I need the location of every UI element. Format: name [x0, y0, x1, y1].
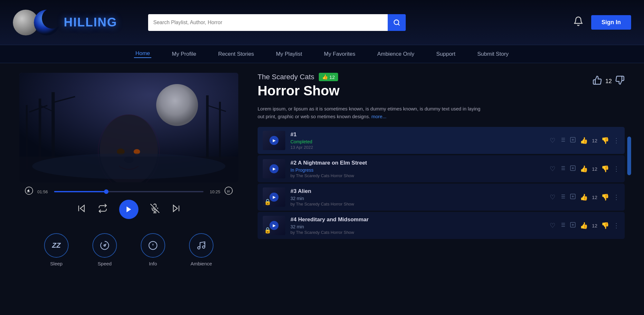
nav-item-submit-story[interactable]: Submit Story — [476, 51, 510, 57]
item-favorite-button-1[interactable]: ♡ — [550, 137, 555, 144]
nav-item-my-profile[interactable]: My Profile — [171, 51, 198, 57]
svg-marker-27 — [80, 205, 84, 212]
item-favorite-button-3[interactable]: ♡ — [550, 193, 555, 201]
skip-back-icon: 10 — [24, 186, 33, 195]
item-favorite-button-2[interactable]: ♡ — [550, 165, 555, 173]
progress-bar[interactable] — [54, 191, 204, 192]
notification-button[interactable] — [573, 16, 583, 29]
info-label: Info — [149, 261, 157, 266]
nav-item-ambience-only[interactable]: Ambience Only — [376, 51, 415, 57]
progress-fill — [54, 191, 106, 192]
item-add-queue-button-3[interactable] — [570, 193, 576, 201]
item-like-count-4: 12 — [592, 223, 597, 228]
item-status-2: In Progress — [290, 167, 545, 173]
ambience-control[interactable]: Ambience — [189, 233, 213, 266]
item-like-button-3[interactable]: 👍 — [580, 193, 588, 201]
skip-to-start-button[interactable] — [77, 204, 86, 215]
like-button[interactable] — [592, 75, 602, 87]
item-add-playlist-button-1[interactable] — [559, 137, 566, 145]
mute-button[interactable] — [150, 204, 160, 215]
item-add-playlist-button-3[interactable] — [559, 193, 566, 201]
main-nav: Home My Profile Recent Stories My Playli… — [0, 45, 644, 63]
item-more-button-4[interactable]: ⋮ — [613, 222, 620, 229]
skip-forward-10-button[interactable]: 10 — [224, 186, 233, 197]
item-more-button-3[interactable]: ⋮ — [613, 193, 620, 201]
nav-item-recent-stories[interactable]: Recent Stories — [217, 51, 255, 57]
item-more-button-1[interactable]: ⋮ — [613, 137, 620, 144]
sleep-icon: ZZ — [52, 241, 61, 250]
repeat-button[interactable] — [98, 204, 108, 215]
item-add-queue-button-4[interactable] — [570, 222, 576, 230]
speed-button[interactable] — [92, 233, 117, 258]
ambience-button[interactable] — [189, 233, 213, 258]
dislike-button[interactable] — [615, 75, 625, 87]
playlist-item: ▶ 🔒 #3 Alien 32 min by The Scaredy Cats … — [258, 184, 625, 211]
current-time: 01:56 — [37, 189, 50, 194]
svg-point-22 — [32, 153, 225, 179]
item-favorite-button-4[interactable]: ♡ — [550, 222, 555, 229]
speed-control[interactable]: Speed — [92, 233, 117, 266]
item-add-playlist-button-4[interactable] — [559, 222, 566, 230]
svg-line-4 — [398, 24, 399, 25]
item-play-icon-2[interactable]: ▶ — [270, 164, 279, 173]
item-add-queue-button-1[interactable] — [570, 137, 576, 145]
search-button[interactable] — [388, 14, 406, 31]
skip-back-10-button[interactable]: 10 — [24, 186, 33, 197]
skip-start-icon — [77, 204, 86, 213]
add-icon — [570, 137, 576, 143]
item-actions-1: ♡ 👍 12 👎 — [550, 137, 620, 145]
svg-text:10: 10 — [227, 190, 230, 193]
sleep-button[interactable]: ZZ — [44, 233, 69, 258]
playlist-add-icon — [559, 137, 566, 143]
item-title-3: #3 Alien — [290, 188, 545, 195]
item-add-playlist-button-2[interactable] — [559, 165, 566, 173]
item-dislike-button-1[interactable]: 👎 — [601, 137, 609, 144]
nav-item-home[interactable]: Home — [134, 50, 151, 58]
info-button[interactable] — [141, 233, 165, 258]
item-status-4: 32 min — [290, 224, 545, 229]
play-pause-button[interactable] — [119, 200, 138, 219]
playlist-add-icon-3 — [559, 193, 566, 200]
sleep-control[interactable]: ZZ Sleep — [44, 233, 69, 266]
item-author-3: by The Scaredy Cats Horror Show — [290, 202, 545, 206]
svg-point-2 — [34, 10, 60, 35]
playlist-item: ▶ #1 Completed 13 Apr 2022 ♡ — [258, 127, 625, 154]
info-control[interactable]: Info — [141, 233, 165, 266]
skip-end-icon — [171, 204, 181, 213]
search-icon — [393, 19, 400, 26]
item-like-button-2[interactable]: 👍 — [580, 165, 588, 173]
more-link[interactable]: more... — [372, 114, 387, 119]
nav-item-my-playlist[interactable]: My Playlist — [275, 51, 303, 57]
item-add-queue-button-2[interactable] — [570, 165, 576, 173]
show-name-row: The Scaredy Cats 👍 12 — [258, 73, 339, 81]
search-input[interactable] — [153, 20, 383, 25]
mute-icon — [150, 204, 160, 213]
ambience-icon — [196, 241, 206, 250]
item-date-1: 13 Apr 2022 — [290, 145, 545, 150]
sign-in-button[interactable]: Sign In — [591, 15, 631, 30]
item-thumbnail-4: ▶ 🔒 — [263, 216, 285, 235]
item-dislike-button-4[interactable]: 👎 — [601, 222, 609, 229]
svg-point-40 — [203, 246, 205, 248]
info-icon — [148, 241, 158, 250]
item-info-1: #1 Completed 13 Apr 2022 — [290, 131, 545, 150]
nav-item-my-favorites[interactable]: My Favorites — [323, 51, 356, 57]
item-dislike-button-2[interactable]: 👎 — [601, 165, 609, 173]
item-like-button-4[interactable]: 👍 — [580, 222, 588, 229]
item-more-button-2[interactable]: ⋮ — [613, 165, 620, 173]
item-like-count-2: 12 — [592, 166, 597, 172]
item-like-button-1[interactable]: 👍 — [580, 137, 588, 144]
sleep-label: Sleep — [50, 261, 62, 266]
item-thumbnail-3: ▶ 🔒 — [263, 187, 285, 207]
header-right: Sign In — [573, 15, 631, 30]
like-count: 12 — [605, 78, 612, 85]
nav-item-support[interactable]: Support — [435, 51, 457, 57]
skip-to-end-button[interactable] — [171, 204, 181, 215]
show-header: The Scaredy Cats 👍 12 Horror Show 12 — [258, 73, 625, 99]
scene-art — [19, 73, 238, 182]
like-badge: 👍 12 — [319, 73, 338, 81]
item-play-icon-1[interactable]: ▶ — [270, 136, 279, 145]
item-dislike-button-3[interactable]: 👎 — [601, 193, 609, 201]
main-content: 10 01:56 10:25 10 — [0, 63, 644, 289]
scrollbar-thumb[interactable] — [627, 137, 631, 175]
